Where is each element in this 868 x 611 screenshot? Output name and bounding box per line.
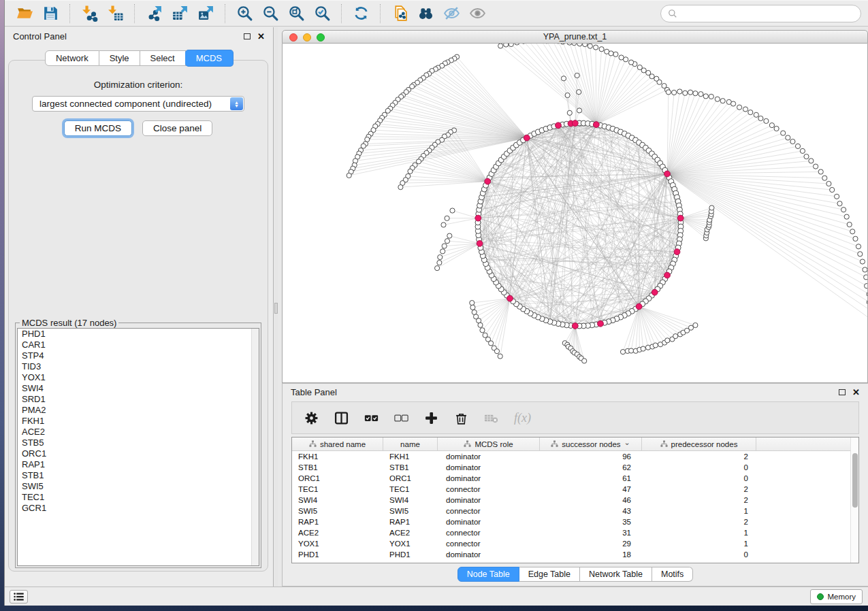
zoom-fit-icon[interactable] <box>286 3 306 24</box>
find-icon[interactable] <box>415 3 436 24</box>
import-network-icon[interactable] <box>79 3 99 24</box>
mcds-result-item[interactable]: GCR1 <box>18 503 259 514</box>
tab-motifs[interactable]: Motifs <box>652 567 693 582</box>
close-table-panel-icon[interactable]: ✕ <box>852 388 860 397</box>
float-table-panel-icon[interactable] <box>839 389 846 395</box>
column-header-name[interactable]: name <box>383 437 438 450</box>
mcds-result-item[interactable]: SWI5 <box>18 481 259 492</box>
table-row[interactable]: PHD1PHD1dominator180 <box>292 549 858 560</box>
zoom-in-icon[interactable] <box>234 3 255 24</box>
column-header-shared-name[interactable]: shared name <box>292 437 383 450</box>
new-network-from-selection-icon[interactable] <box>389 3 410 24</box>
close-panel-button[interactable]: Close panel <box>142 120 212 136</box>
zoom-out-icon[interactable] <box>260 3 280 24</box>
network-window-titlebar[interactable]: YPA_prune.txt_1 <box>282 30 868 44</box>
network-view-window: YPA_prune.txt_1 <box>282 30 868 383</box>
tab-network-table[interactable]: Network Table <box>580 567 652 582</box>
open-session-icon[interactable] <box>14 3 35 24</box>
delete-columns-icon[interactable] <box>454 411 468 425</box>
mcds-result-list[interactable]: PHD1CAR1STP4TID3YOX1SWI4SRD1PMA2FKH1ACE2… <box>17 328 259 566</box>
mcds-result-item[interactable]: STB1 <box>18 470 259 481</box>
column-header-MCDS-role[interactable]: MCDS role <box>438 437 540 450</box>
mcds-result-item[interactable]: ACE2 <box>18 427 259 437</box>
mcds-result-item[interactable]: ORC1 <box>18 448 259 459</box>
table-row[interactable]: ACE2ACE2connector311 <box>292 527 858 538</box>
table-cell: 18 <box>540 550 642 559</box>
create-column-icon[interactable] <box>424 411 438 425</box>
network-graph[interactable] <box>283 44 868 382</box>
float-panel-icon[interactable] <box>244 33 251 39</box>
network-canvas[interactable] <box>282 44 868 383</box>
mcds-result-item[interactable]: SWI4 <box>18 383 259 394</box>
window-minimize-icon[interactable] <box>303 33 311 42</box>
window-close-icon[interactable] <box>289 33 298 42</box>
table-cell: SWI5 <box>383 507 438 515</box>
table-cell: 1 <box>642 540 756 548</box>
import-table-icon[interactable] <box>105 3 125 24</box>
task-history-button[interactable] <box>10 590 28 604</box>
table-row[interactable]: YOX1YOX1connector291 <box>292 538 858 549</box>
search-input[interactable] <box>681 9 854 18</box>
table-row[interactable]: RAP1RAP1dominator352 <box>292 516 858 527</box>
zoom-selected-icon[interactable] <box>312 3 332 24</box>
mcds-result-item[interactable]: TID3 <box>18 361 259 372</box>
mcds-result-item[interactable]: SRD1 <box>18 394 259 405</box>
run-mcds-button[interactable]: Run MCDS <box>64 120 132 136</box>
toolbar-separator <box>380 4 381 23</box>
optimization-criterion-select[interactable]: largest connected component (undirected)… <box>32 96 244 112</box>
mcds-result-item[interactable]: PHD1 <box>18 329 259 340</box>
export-network-icon[interactable] <box>144 3 164 24</box>
mcds-result-item[interactable]: FKH1 <box>18 416 259 427</box>
column-header-successor-nodes[interactable]: successor nodes⌄ <box>540 437 642 450</box>
table-cell: 31 <box>540 529 642 537</box>
column-label: successor nodes <box>562 440 620 448</box>
table-row[interactable]: TEC1TEC1connector472 <box>292 484 858 495</box>
mcds-result-item[interactable]: STP4 <box>18 350 259 361</box>
mcds-result-item[interactable]: TEC1 <box>18 492 259 503</box>
mcds-list-scrollbar[interactable] <box>251 329 259 565</box>
tab-style[interactable]: Style <box>99 50 140 66</box>
save-session-icon[interactable] <box>40 3 61 24</box>
close-panel-icon[interactable]: ✕ <box>257 32 265 41</box>
table-cell: dominator <box>438 463 540 472</box>
table-scrollbar[interactable] <box>850 437 858 563</box>
table-mode-gear-icon[interactable] <box>304 411 319 425</box>
hide-selected-icon[interactable] <box>441 3 462 24</box>
table-tabs: Node TableEdge TableNetwork TableMotifs <box>283 567 868 582</box>
tab-mcds[interactable]: MCDS <box>185 50 234 67</box>
mcds-result-item[interactable]: RAP1 <box>18 459 259 470</box>
node-table[interactable]: shared namenameMCDS rolesuccessor nodes⌄… <box>291 437 859 563</box>
mcds-result-title: MCDS result (17 nodes) <box>20 318 118 328</box>
optimization-criterion-label: Optimization criterion: <box>9 80 268 90</box>
network-search-field[interactable] <box>660 5 861 22</box>
toolbar-separator <box>341 4 342 23</box>
table-row[interactable]: STB1STB1dominator620 <box>292 462 858 473</box>
table-scrollbar-thumb[interactable] <box>852 453 858 508</box>
table-cell: TEC1 <box>292 485 383 493</box>
tab-node-table[interactable]: Node Table <box>457 567 519 582</box>
mcds-result-item[interactable]: CAR1 <box>18 340 259 350</box>
window-zoom-icon[interactable] <box>317 33 325 42</box>
tab-select[interactable]: Select <box>140 50 186 66</box>
deselect-all-rows-icon[interactable] <box>394 411 408 425</box>
refresh-view-icon[interactable] <box>351 3 371 24</box>
table-cell: 43 <box>540 507 642 515</box>
table-cell: connector <box>438 529 540 537</box>
tab-network[interactable]: Network <box>45 50 99 66</box>
column-type-icon <box>660 440 668 448</box>
show-hide-columns-icon[interactable] <box>334 411 349 425</box>
mcds-result-item[interactable]: STB5 <box>18 437 259 448</box>
table-row[interactable]: ORC1ORC1dominator610 <box>292 473 858 484</box>
table-row[interactable]: FKH1FKH1dominator962 <box>292 451 858 462</box>
column-header-predecessor-nodes[interactable]: predecessor nodes <box>642 437 756 450</box>
table-cell: PHD1 <box>383 550 438 559</box>
select-all-rows-icon[interactable] <box>364 411 379 425</box>
mcds-result-item[interactable]: YOX1 <box>18 372 259 383</box>
memory-button[interactable]: Memory <box>810 589 863 604</box>
tab-edge-table[interactable]: Edge Table <box>519 567 580 582</box>
table-row[interactable]: SWI4SWI4dominator462 <box>292 495 858 506</box>
export-table-icon[interactable] <box>170 3 190 24</box>
export-image-icon[interactable] <box>195 3 216 24</box>
mcds-result-item[interactable]: PMA2 <box>18 405 259 416</box>
table-row[interactable]: SWI5SWI5connector431 <box>292 506 858 516</box>
